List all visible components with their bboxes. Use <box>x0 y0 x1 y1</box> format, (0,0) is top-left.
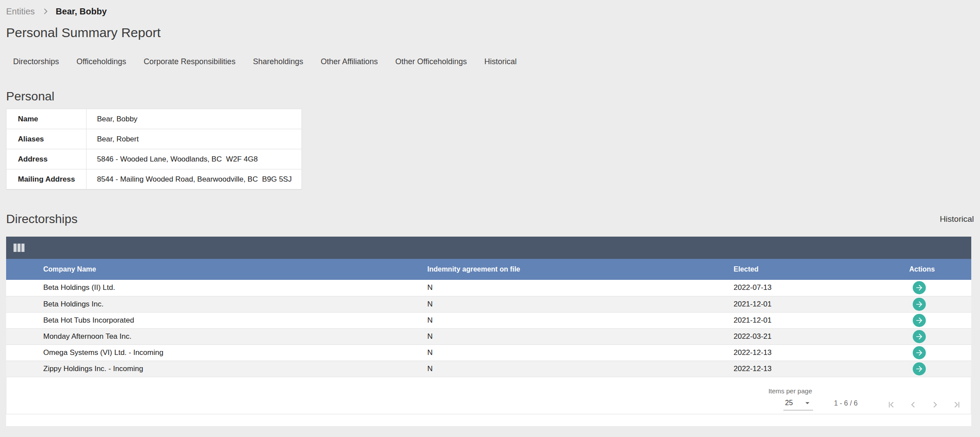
tab-bar: DirectorshipsOfficeholdingsCorporate Res… <box>6 57 974 66</box>
cell-indemnity: N <box>390 312 696 328</box>
arrow-right-icon <box>915 283 924 292</box>
cell-elected: 2022-12-13 <box>696 361 872 377</box>
paginator: Items per page 25 1 - 6 / 6 <box>6 377 971 414</box>
cell-actions <box>872 344 971 361</box>
cell-indemnity: N <box>390 280 696 296</box>
personal-field-label: Aliases <box>7 129 87 149</box>
personal-row: Name Bear, Bobby <box>7 109 301 129</box>
column-header-indemnity: Indemnity agreement on file <box>390 259 696 280</box>
tab-link[interactable]: Other Officeholdings <box>387 57 476 66</box>
cell-elected: 2022-07-13 <box>696 280 872 296</box>
card-footer <box>6 414 971 426</box>
chevron-right-icon <box>930 400 940 409</box>
chevron-left-icon <box>908 400 918 409</box>
tab-link[interactable]: Officeholdings <box>68 57 135 66</box>
directorships-card: Company Name Indemnity agreement on file… <box>6 237 971 426</box>
cell-actions <box>872 296 971 312</box>
personal-row: Address 5846 - Wooded Lane, Woodlands, B… <box>7 149 301 169</box>
personal-row: Aliases Bear, Robert <box>7 129 301 149</box>
cell-elected: 2022-12-13 <box>696 344 872 361</box>
arrow-right-icon <box>915 316 924 325</box>
last-page-button[interactable] <box>952 400 962 409</box>
grid-toolbar <box>6 237 971 259</box>
cell-indemnity: N <box>390 361 696 377</box>
cell-elected: 2022-03-21 <box>696 328 872 344</box>
table-row: Zippy Holdings Inc. - Incoming N 2022-12… <box>6 361 971 377</box>
table-body: Beta Holdings (II) Ltd. N 2022-07-13 Bet… <box>6 280 971 377</box>
tab-link[interactable]: Directorships <box>6 57 68 66</box>
items-per-page-label: Items per page <box>769 387 813 395</box>
view-directorship-button[interactable] <box>913 281 926 294</box>
view-directorship-button[interactable] <box>913 314 926 327</box>
tab-link[interactable]: Other Affiliations <box>312 57 387 66</box>
first-page-button[interactable] <box>887 400 896 409</box>
personal-field-label: Mailing Address <box>7 169 87 189</box>
cell-indemnity: N <box>390 344 696 361</box>
cell-company-name: Zippy Holdings Inc. - Incoming <box>6 361 390 377</box>
table-row: Beta Holdings (II) Ltd. N 2022-07-13 <box>6 280 971 296</box>
breadcrumb: Entities Bear, Bobby <box>6 0 974 17</box>
personal-field-value: Bear, Robert <box>87 135 139 144</box>
arrow-right-icon <box>915 332 924 341</box>
personal-row: Mailing Address 8544 - Mailing Wooded Ro… <box>7 169 301 189</box>
page: Entities Bear, Bobby Personal Summary Re… <box>0 0 980 437</box>
personal-table: Name Bear, Bobby Aliases Bear, Robert Ad… <box>6 109 302 190</box>
cell-elected: 2021-12-01 <box>696 312 872 328</box>
chevron-right-icon <box>41 7 50 16</box>
cell-company-name: Beta Holdings Inc. <box>6 296 390 312</box>
directorships-table: Company Name Indemnity agreement on file… <box>6 259 971 377</box>
personal-field-value: 5846 - Wooded Lane, Woodlands, BC W2F 4G… <box>87 155 258 164</box>
directorships-section-header: Directorships Historical <box>6 212 974 226</box>
previous-page-button[interactable] <box>908 400 918 409</box>
column-header-actions: Actions <box>872 259 971 280</box>
view-directorship-button[interactable] <box>913 298 926 311</box>
personal-field-value: 8544 - Mailing Wooded Road, Bearwoodvill… <box>87 175 292 184</box>
personal-field-label: Name <box>7 109 87 129</box>
column-header-elected: Elected <box>696 259 872 280</box>
last-page-icon <box>952 400 962 409</box>
cell-actions <box>872 328 971 344</box>
arrow-right-icon <box>915 365 924 373</box>
table-row: Beta Hot Tubs Incorporated N 2021-12-01 <box>6 312 971 328</box>
arrow-right-icon <box>915 300 924 309</box>
page-title: Personal Summary Report <box>6 25 974 40</box>
page-range-label: 1 - 6 / 6 <box>834 399 858 407</box>
columns-icon <box>14 244 24 252</box>
breadcrumb-entities-link[interactable]: Entities <box>6 7 35 17</box>
column-chooser-button[interactable] <box>14 244 24 252</box>
column-header-company-name: Company Name <box>6 259 390 280</box>
table-header-row: Company Name Indemnity agreement on file… <box>6 259 971 280</box>
table-row: Monday Afternoon Tea Inc. N 2022-03-21 <box>6 328 971 344</box>
tab-link[interactable]: Historical <box>476 57 526 66</box>
page-size-value: 25 <box>785 399 793 407</box>
personal-field-label: Address <box>7 149 87 169</box>
cell-company-name: Omega Systems (VI) Ltd. - Incoming <box>6 344 390 361</box>
personal-field-value: Bear, Bobby <box>87 115 138 124</box>
cell-actions <box>872 361 971 377</box>
cell-company-name: Monday Afternoon Tea Inc. <box>6 328 390 344</box>
view-directorship-button[interactable] <box>913 330 926 343</box>
next-page-button[interactable] <box>930 400 940 409</box>
cell-company-name: Beta Hot Tubs Incorporated <box>6 312 390 328</box>
breadcrumb-current: Bear, Bobby <box>56 7 107 17</box>
personal-heading: Personal <box>6 89 974 103</box>
view-directorship-button[interactable] <box>913 362 926 375</box>
cell-elected: 2021-12-01 <box>696 296 872 312</box>
cell-actions <box>872 312 971 328</box>
view-directorship-button[interactable] <box>913 346 926 359</box>
historical-link[interactable]: Historical <box>940 214 974 224</box>
arrow-right-icon <box>915 348 924 357</box>
directorships-heading: Directorships <box>6 212 77 226</box>
items-per-page: Items per page 25 <box>769 387 813 410</box>
tab-link[interactable]: Shareholdings <box>244 57 312 66</box>
cell-actions <box>872 280 971 296</box>
caret-down-icon <box>803 398 812 408</box>
cell-company-name: Beta Holdings (II) Ltd. <box>6 280 390 296</box>
cell-indemnity: N <box>390 328 696 344</box>
first-page-icon <box>887 400 896 409</box>
cell-indemnity: N <box>390 296 696 312</box>
table-row: Omega Systems (VI) Ltd. - Incoming N 202… <box>6 344 971 361</box>
table-row: Beta Holdings Inc. N 2021-12-01 <box>6 296 971 312</box>
page-size-select[interactable]: 25 <box>783 398 813 410</box>
tab-link[interactable]: Corporate Responsibilities <box>135 57 244 66</box>
